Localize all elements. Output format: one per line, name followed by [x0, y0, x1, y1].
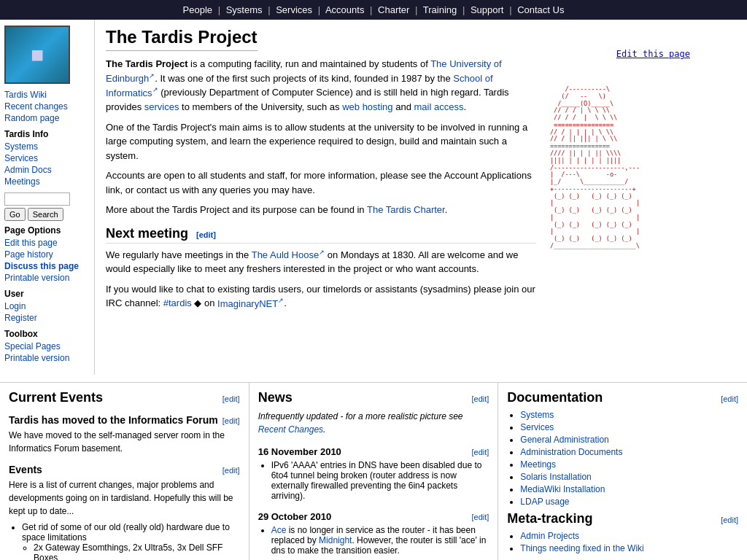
documentation-edit[interactable]: [edit]	[721, 394, 738, 403]
date1-heading: 16 November 2010	[258, 446, 341, 457]
date2-edit[interactable]: [edit]	[471, 513, 489, 521]
register-link[interactable]: Register	[4, 313, 90, 323]
doc-meetings-link[interactable]: Meetings	[520, 459, 556, 470]
nav-training[interactable]: Training	[423, 4, 457, 15]
sidebar-nav: Tardis Wiki Recent changes Random page	[4, 90, 90, 123]
list-item: Things needing fixed in the Wiki	[520, 543, 738, 553]
intro-paragraph: The Tardis Project is a computing facili…	[106, 57, 536, 114]
para4-text: More about the Tardis Project and its pu…	[106, 204, 367, 215]
list-item: Ace is no longer in service as the route…	[271, 525, 489, 556]
search-box: Go Search	[4, 192, 90, 221]
user-heading: User	[4, 289, 90, 299]
nav-services[interactable]: Services	[276, 4, 312, 15]
news-list-2: Ace is no longer in service as the route…	[271, 525, 489, 556]
services-link[interactable]: services	[144, 101, 179, 112]
nav-charter[interactable]: Charter	[378, 4, 409, 15]
events-list: Get rid of some of our old (really old) …	[22, 522, 240, 560]
list-item: Meetings	[520, 459, 738, 470]
nav-support[interactable]: Support	[471, 4, 504, 15]
printable-version-link-2[interactable]: Printable version	[4, 353, 90, 363]
events-edit[interactable]: [edit]	[222, 466, 240, 475]
logo: ■	[4, 26, 70, 84]
news-edit[interactable]: [edit]	[471, 394, 489, 403]
intro-text6: .	[463, 101, 466, 112]
move-text: We have moved to the self-managed server…	[9, 429, 240, 455]
nav-people[interactable]: People	[183, 4, 212, 15]
informatics-forum-heading: Tardis has moved to the Informatics Foru…	[9, 414, 218, 426]
meta-list: Admin Projects Things needing fixed in t…	[520, 531, 738, 553]
page-options-section: Page Options Edit this page Page history…	[4, 225, 90, 283]
edit-page-link[interactable]: Edit this page	[4, 238, 90, 248]
list-item: Solaris Installation	[520, 472, 738, 482]
nav-systems[interactable]: Systems	[226, 4, 263, 15]
nav-accounts[interactable]: Accounts	[325, 4, 364, 15]
special-pages-link[interactable]: Special Pages	[4, 341, 90, 351]
meta-edit[interactable]: [edit]	[721, 516, 738, 524]
doc-services-link[interactable]: Services	[520, 422, 554, 432]
sidebar-item-tardis-wiki[interactable]: Tardis Wiki	[4, 90, 90, 100]
sidebar: ■ Tardis Wiki Recent changes Random page…	[0, 20, 95, 375]
informatics-forum-edit[interactable]: [edit]	[222, 416, 240, 425]
list-item: Services	[520, 422, 738, 432]
admin-projects-link[interactable]: Admin Projects	[520, 531, 579, 541]
doc-ldap-link[interactable]: LDAP usage	[520, 497, 569, 507]
meta-tracking-heading: Meta-tracking	[507, 511, 592, 526]
current-events-heading: Current Events	[9, 390, 103, 405]
sidebar-item-admin-docs[interactable]: Admin Docs	[4, 165, 90, 175]
imaginarynet-link[interactable]: ImaginaryNET	[217, 298, 284, 309]
date2-heading: 29 October 2010	[258, 511, 331, 522]
search-button[interactable]: Search	[28, 208, 63, 221]
list-item: 2x Gateway Esomthings, 2x Ultra5s, 3x De…	[34, 542, 240, 560]
irc-link[interactable]: #tardis	[163, 298, 192, 309]
irc-para: If you would like to chat to existing ta…	[106, 282, 536, 311]
para3: Accounts are open to all students and st…	[106, 168, 536, 197]
doc-mediawiki-link[interactable]: MediaWiki Installation	[520, 484, 605, 494]
sidebar-item-meetings[interactable]: Meetings	[4, 176, 90, 187]
toolbox-section: Toolbox Special Pages Printable version	[4, 329, 90, 363]
auld-hoose-link[interactable]: The Auld Hoose	[252, 249, 325, 260]
recent-changes-link[interactable]: Recent Changes	[258, 424, 323, 435]
page-history-link[interactable]: Page history	[4, 249, 90, 260]
edit-this-page-link[interactable]: Edit this page	[550, 40, 690, 69]
discuss-page-link[interactable]: Discuss this page	[4, 261, 90, 271]
doc-general-admin-link[interactable]: General Administration	[520, 435, 608, 445]
sidebar-item-systems[interactable]: Systems	[4, 141, 90, 152]
printable-version-link-1[interactable]: Printable version	[4, 273, 90, 283]
sidebar-item-random-page[interactable]: Random page	[4, 113, 90, 123]
project-name-bold: The Tardis Project	[106, 58, 187, 69]
doc-admin-docs-link[interactable]: Administration Documents	[520, 447, 622, 457]
news-subtext: Infrequently updated - for a more realis…	[258, 410, 489, 436]
go-button[interactable]: Go	[4, 208, 26, 221]
current-events-column: Current Events [edit] Tardis has moved t…	[0, 383, 249, 560]
web-hosting-link[interactable]: web hosting	[342, 101, 392, 112]
nav-contactus[interactable]: Contact Us	[517, 4, 564, 15]
sidebar-item-recent-changes[interactable]: Recent changes	[4, 101, 90, 112]
list-item: LDAP usage	[520, 497, 738, 507]
midnight-link[interactable]: Midnight	[319, 535, 352, 545]
para4-end: .	[445, 204, 448, 215]
page-options-heading: Page Options	[4, 225, 90, 236]
ascii-art: /----------\ (/ -- \) /_____(O)_____\ //…	[550, 86, 690, 250]
ascii-art-panel: Edit this page /----------\ (/ -- \) /__…	[547, 20, 693, 375]
next-meeting-edit[interactable]: [edit]	[196, 230, 216, 239]
toolbox-heading: Toolbox	[4, 329, 90, 339]
search-input[interactable]	[4, 192, 70, 206]
sidebar-item-services[interactable]: Services	[4, 153, 90, 163]
news-column: News [edit] Infrequently updated - for a…	[249, 383, 499, 560]
intro-text4: to members of the University, such as	[179, 101, 342, 112]
para4: More about the Tardis Project and its pu…	[106, 203, 536, 217]
date1-edit[interactable]: [edit]	[471, 448, 489, 456]
things-needing-fixed-link[interactable]: Things needing fixed in the Wiki	[520, 543, 643, 553]
doc-solaris-link[interactable]: Solaris Installation	[520, 472, 591, 482]
doc-systems-link[interactable]: Systems	[520, 410, 554, 420]
mail-link[interactable]: mail access	[414, 101, 463, 112]
current-events-edit[interactable]: [edit]	[222, 394, 240, 403]
intro-text2: . It was one of the first such projects …	[155, 73, 453, 84]
login-link[interactable]: Login	[4, 301, 90, 311]
list-item: MediaWiki Installation	[520, 484, 738, 494]
list-item: Administration Documents	[520, 447, 738, 457]
charter-link[interactable]: The Tardis Charter	[367, 204, 445, 215]
ace-link[interactable]: Ace	[271, 525, 287, 535]
page-title: The Tardis Project	[106, 27, 258, 51]
top-navigation: People | Systems | Services | Accounts |…	[0, 0, 747, 20]
